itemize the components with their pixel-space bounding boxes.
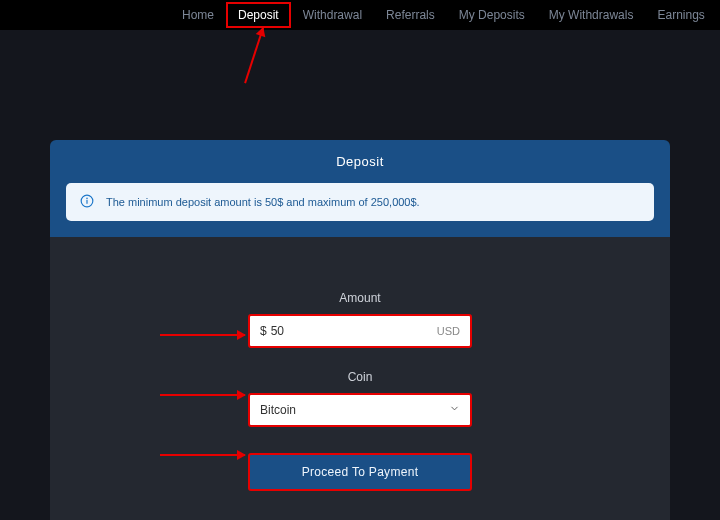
amount-group: Amount $ USD — [248, 291, 472, 348]
coin-selected: Bitcoin — [260, 403, 296, 417]
coin-label: Coin — [248, 370, 472, 384]
deposit-card: Deposit The minimum deposit amount is 50… — [50, 140, 670, 520]
annotation-arrow-nav — [244, 28, 264, 84]
svg-rect-2 — [86, 200, 87, 204]
nav-my-deposits[interactable]: My Deposits — [447, 2, 537, 28]
currency-prefix: $ — [260, 324, 267, 338]
nav-earnings[interactable]: Earnings — [645, 2, 716, 28]
top-navbar: Home Deposit Withdrawal Referrals My Dep… — [0, 0, 720, 30]
coin-select[interactable]: Bitcoin — [248, 393, 472, 427]
info-icon — [80, 194, 94, 210]
nav-withdrawal[interactable]: Withdrawal — [291, 2, 374, 28]
card-header: Deposit — [50, 140, 670, 183]
amount-label: Amount — [248, 291, 472, 305]
nav-deposit[interactable]: Deposit — [226, 2, 291, 28]
proceed-button[interactable]: Proceed To Payment — [248, 453, 472, 491]
info-text: The minimum deposit amount is 50$ and ma… — [106, 196, 420, 208]
chevron-down-icon — [449, 403, 460, 417]
card-body: Amount $ USD Coin Bitcoin Proceed To Pay… — [50, 237, 670, 520]
coin-group: Coin Bitcoin — [248, 370, 472, 427]
nav-my-withdrawals[interactable]: My Withdrawals — [537, 2, 646, 28]
nav-home[interactable]: Home — [170, 2, 226, 28]
info-notice: The minimum deposit amount is 50$ and ma… — [66, 183, 654, 221]
amount-input[interactable] — [271, 324, 433, 338]
card-title: Deposit — [50, 154, 670, 169]
svg-point-1 — [86, 198, 88, 200]
amount-input-row[interactable]: $ USD — [248, 314, 472, 348]
nav-referrals[interactable]: Referrals — [374, 2, 447, 28]
currency-suffix: USD — [437, 325, 460, 337]
